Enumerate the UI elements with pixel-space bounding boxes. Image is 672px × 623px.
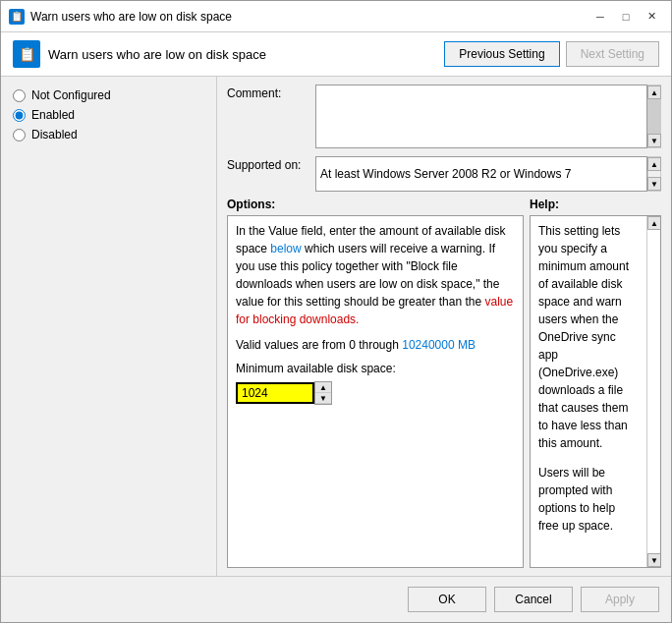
not-configured-label: Not Configured bbox=[31, 88, 111, 102]
ok-button[interactable]: OK bbox=[408, 587, 486, 612]
right-panel: Comment: ▲ ▼ Supported on: At bbox=[217, 77, 671, 576]
help-scroll-down[interactable]: ▼ bbox=[647, 553, 661, 567]
content-area: Not Configured Enabled Disabled Comment: bbox=[1, 77, 671, 576]
help-body-part1: This setting lets you specify a minimum … bbox=[538, 222, 639, 452]
spinbox-decrement[interactable]: ▼ bbox=[315, 393, 331, 404]
not-configured-radio[interactable] bbox=[13, 89, 26, 102]
comment-scrollbar: ▲ ▼ bbox=[647, 85, 661, 148]
spinbox-increment[interactable]: ▲ bbox=[315, 382, 331, 393]
valid-range-text: Valid values are from 0 through 10240000… bbox=[236, 336, 515, 354]
previous-setting-button[interactable]: Previous Setting bbox=[444, 41, 559, 67]
comment-section: Comment: ▲ ▼ bbox=[227, 85, 661, 148]
comment-label: Comment: bbox=[227, 85, 315, 148]
highlight-below: below bbox=[270, 242, 301, 255]
help-scroll-up[interactable]: ▲ bbox=[647, 216, 661, 230]
header-left: 📋 Warn users who are low on disk space bbox=[13, 40, 266, 68]
minimize-button[interactable]: ─ bbox=[588, 7, 612, 27]
cancel-button[interactable]: Cancel bbox=[494, 587, 573, 612]
supported-scroll-up[interactable]: ▲ bbox=[647, 157, 661, 171]
disabled-option[interactable]: Disabled bbox=[13, 128, 204, 142]
spinbox-buttons: ▲ ▼ bbox=[314, 381, 332, 405]
supported-scroll-down[interactable]: ▼ bbox=[647, 177, 661, 191]
help-body-part2: Users will be prompted with options to h… bbox=[538, 464, 639, 535]
header-title: Warn users who are low on disk space bbox=[48, 47, 266, 62]
help-content: This setting lets you specify a minimum … bbox=[531, 216, 646, 567]
footer: OK Cancel Apply bbox=[1, 576, 671, 622]
supported-content-wrapper: At least Windows Server 2008 R2 or Windo… bbox=[315, 156, 661, 192]
comment-textarea[interactable] bbox=[315, 85, 647, 148]
header-bar: 📋 Warn users who are low on disk space P… bbox=[1, 32, 671, 77]
scroll-up-arrow[interactable]: ▲ bbox=[647, 85, 661, 99]
title-bar-text: Warn users who are low on disk space bbox=[30, 10, 588, 24]
header-buttons: Previous Setting Next Setting bbox=[444, 41, 659, 67]
next-setting-button[interactable]: Next Setting bbox=[566, 41, 659, 67]
main-window: 📋 Warn users who are low on disk space ─… bbox=[0, 0, 672, 623]
supported-scrollbar: ▲ ▼ bbox=[647, 156, 661, 192]
radio-group: Not Configured Enabled Disabled bbox=[13, 88, 204, 142]
enabled-label: Enabled bbox=[31, 108, 75, 122]
spinbox-wrapper: ▲ ▼ bbox=[236, 381, 515, 405]
panels-row: In the Value field, enter the amount of … bbox=[227, 215, 661, 568]
not-configured-option[interactable]: Not Configured bbox=[13, 88, 204, 102]
title-bar-controls: ─ □ ✕ bbox=[588, 7, 663, 27]
comment-textarea-wrapper: ▲ ▼ bbox=[315, 85, 661, 148]
scroll-thumb bbox=[648, 99, 660, 134]
maximize-button[interactable]: □ bbox=[614, 7, 638, 27]
supported-section: Supported on: At least Windows Server 20… bbox=[227, 156, 661, 192]
disk-space-spinbox[interactable] bbox=[236, 382, 314, 404]
help-panel: This setting lets you specify a minimum … bbox=[530, 215, 661, 568]
help-section-label: Help: bbox=[530, 196, 661, 213]
close-button[interactable]: ✕ bbox=[640, 7, 663, 27]
highlight-range: 10240000 MB bbox=[402, 338, 476, 352]
title-bar: 📋 Warn users who are low on disk space ─… bbox=[1, 1, 671, 32]
options-panel: In the Value field, enter the amount of … bbox=[227, 215, 524, 568]
title-icon: 📋 bbox=[9, 9, 25, 25]
left-panel: Not Configured Enabled Disabled bbox=[1, 77, 217, 576]
highlight-value: value for blocking downloads. bbox=[236, 295, 513, 326]
header-icon: 📋 bbox=[13, 40, 40, 68]
supported-value: At least Windows Server 2008 R2 or Windo… bbox=[315, 156, 647, 192]
apply-button[interactable]: Apply bbox=[581, 587, 659, 612]
labels-row: Options: Help: bbox=[227, 196, 661, 213]
scroll-down-arrow[interactable]: ▼ bbox=[647, 134, 661, 147]
options-section-label: Options: bbox=[227, 196, 524, 213]
supported-label: Supported on: bbox=[227, 156, 315, 172]
options-body-text: In the Value field, enter the amount of … bbox=[236, 222, 515, 328]
min-available-label: Minimum available disk space: bbox=[236, 360, 515, 377]
options-content: In the Value field, enter the amount of … bbox=[228, 216, 523, 567]
enabled-radio[interactable] bbox=[13, 109, 26, 122]
enabled-option[interactable]: Enabled bbox=[13, 108, 204, 122]
disabled-radio[interactable] bbox=[13, 129, 26, 142]
disabled-label: Disabled bbox=[31, 128, 78, 142]
